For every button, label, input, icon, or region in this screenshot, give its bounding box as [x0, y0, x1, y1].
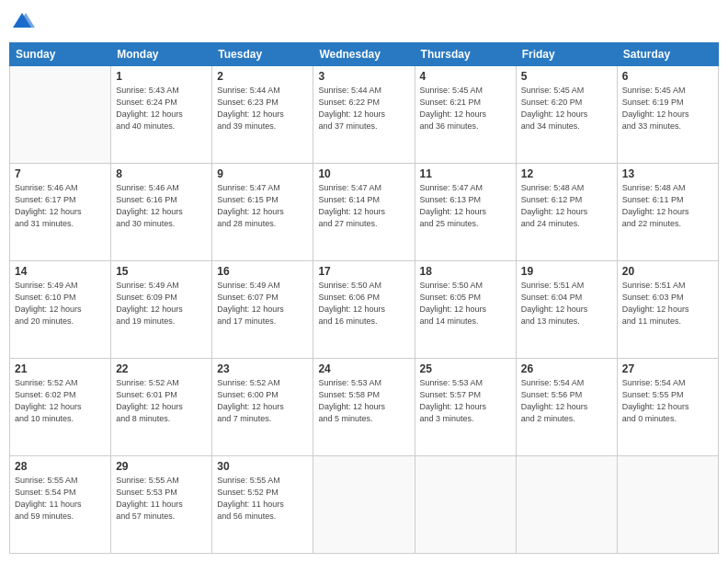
calendar-cell: 17Sunrise: 5:50 AM Sunset: 6:06 PM Dayli…: [313, 261, 415, 359]
day-info: Sunrise: 5:51 AM Sunset: 6:04 PM Dayligh…: [521, 280, 612, 327]
day-info: Sunrise: 5:49 AM Sunset: 6:10 PM Dayligh…: [15, 280, 106, 327]
calendar-cell: 27Sunrise: 5:54 AM Sunset: 5:55 PM Dayli…: [617, 359, 718, 456]
page: SundayMondayTuesdayWednesdayThursdayFrid…: [0, 0, 728, 563]
day-info: Sunrise: 5:50 AM Sunset: 6:06 PM Dayligh…: [318, 280, 409, 327]
calendar-cell: 25Sunrise: 5:53 AM Sunset: 5:57 PM Dayli…: [415, 359, 516, 456]
day-number: 26: [521, 362, 612, 375]
calendar-cell: 22Sunrise: 5:52 AM Sunset: 6:01 PM Dayli…: [111, 359, 212, 456]
calendar-cell: 11Sunrise: 5:47 AM Sunset: 6:13 PM Dayli…: [415, 164, 516, 261]
day-info: Sunrise: 5:52 AM Sunset: 6:01 PM Dayligh…: [116, 377, 207, 425]
calendar-cell: [415, 456, 516, 554]
day-info: Sunrise: 5:45 AM Sunset: 6:20 PM Dayligh…: [521, 85, 612, 132]
weekday-header-friday: Friday: [516, 43, 617, 66]
weekday-header-saturday: Saturday: [617, 43, 718, 66]
day-info: Sunrise: 5:47 AM Sunset: 6:14 PM Dayligh…: [318, 182, 409, 230]
day-number: 20: [622, 265, 713, 278]
day-info: Sunrise: 5:52 AM Sunset: 6:02 PM Dayligh…: [15, 377, 106, 425]
day-info: Sunrise: 5:46 AM Sunset: 6:17 PM Dayligh…: [15, 182, 106, 230]
calendar-cell: 12Sunrise: 5:48 AM Sunset: 6:12 PM Dayli…: [516, 164, 617, 261]
calendar-cell: 6Sunrise: 5:45 AM Sunset: 6:19 PM Daylig…: [617, 66, 718, 164]
day-number: 24: [318, 362, 409, 375]
day-info: Sunrise: 5:43 AM Sunset: 6:24 PM Dayligh…: [116, 85, 207, 132]
calendar-cell: [516, 456, 617, 554]
day-number: 8: [116, 167, 207, 180]
calendar-week-row: 1Sunrise: 5:43 AM Sunset: 6:24 PM Daylig…: [10, 66, 719, 164]
day-number: 5: [521, 70, 612, 83]
calendar-cell: 5Sunrise: 5:45 AM Sunset: 6:20 PM Daylig…: [516, 66, 617, 164]
day-info: Sunrise: 5:47 AM Sunset: 6:15 PM Dayligh…: [217, 182, 308, 230]
day-number: 28: [15, 460, 106, 473]
day-info: Sunrise: 5:49 AM Sunset: 6:09 PM Dayligh…: [116, 280, 207, 327]
day-number: 3: [318, 70, 409, 83]
weekday-header-tuesday: Tuesday: [212, 43, 313, 66]
day-info: Sunrise: 5:48 AM Sunset: 6:11 PM Dayligh…: [622, 182, 713, 230]
day-number: 18: [420, 265, 511, 278]
day-info: Sunrise: 5:49 AM Sunset: 6:07 PM Dayligh…: [217, 280, 308, 327]
day-info: Sunrise: 5:55 AM Sunset: 5:54 PM Dayligh…: [15, 475, 106, 523]
weekday-header-monday: Monday: [111, 43, 212, 66]
calendar-cell: [10, 66, 111, 164]
calendar-week-row: 21Sunrise: 5:52 AM Sunset: 6:02 PM Dayli…: [10, 359, 719, 456]
calendar-week-row: 28Sunrise: 5:55 AM Sunset: 5:54 PM Dayli…: [10, 456, 719, 554]
day-info: Sunrise: 5:53 AM Sunset: 5:58 PM Dayligh…: [318, 377, 409, 425]
day-number: 23: [217, 362, 308, 375]
weekday-header-thursday: Thursday: [415, 43, 516, 66]
day-number: 7: [15, 167, 106, 180]
day-number: 9: [217, 167, 308, 180]
day-number: 13: [622, 167, 713, 180]
weekday-header-row: SundayMondayTuesdayWednesdayThursdayFrid…: [10, 43, 719, 66]
calendar-week-row: 7Sunrise: 5:46 AM Sunset: 6:17 PM Daylig…: [10, 164, 719, 261]
day-info: Sunrise: 5:54 AM Sunset: 5:56 PM Dayligh…: [521, 377, 612, 425]
day-number: 17: [318, 265, 409, 278]
calendar-cell: 8Sunrise: 5:46 AM Sunset: 6:16 PM Daylig…: [111, 164, 212, 261]
calendar-cell: 2Sunrise: 5:44 AM Sunset: 6:23 PM Daylig…: [212, 66, 313, 164]
calendar-cell: 9Sunrise: 5:47 AM Sunset: 6:15 PM Daylig…: [212, 164, 313, 261]
day-number: 1: [116, 70, 207, 83]
header: [9, 9, 719, 35]
day-number: 25: [420, 362, 511, 375]
calendar-cell: 18Sunrise: 5:50 AM Sunset: 6:05 PM Dayli…: [415, 261, 516, 359]
calendar-table: SundayMondayTuesdayWednesdayThursdayFrid…: [9, 42, 719, 554]
calendar-cell: 24Sunrise: 5:53 AM Sunset: 5:58 PM Dayli…: [313, 359, 415, 456]
calendar-cell: 20Sunrise: 5:51 AM Sunset: 6:03 PM Dayli…: [617, 261, 718, 359]
day-info: Sunrise: 5:45 AM Sunset: 6:21 PM Dayligh…: [420, 85, 511, 132]
day-number: 30: [217, 460, 308, 473]
day-info: Sunrise: 5:54 AM Sunset: 5:55 PM Dayligh…: [622, 377, 713, 425]
day-number: 22: [116, 362, 207, 375]
day-number: 16: [217, 265, 308, 278]
day-number: 15: [116, 265, 207, 278]
day-number: 11: [420, 167, 511, 180]
calendar-cell: 16Sunrise: 5:49 AM Sunset: 6:07 PM Dayli…: [212, 261, 313, 359]
day-info: Sunrise: 5:48 AM Sunset: 6:12 PM Dayligh…: [521, 182, 612, 230]
day-info: Sunrise: 5:47 AM Sunset: 6:13 PM Dayligh…: [420, 182, 511, 230]
day-number: 21: [15, 362, 106, 375]
calendar-cell: [313, 456, 415, 554]
calendar-cell: 21Sunrise: 5:52 AM Sunset: 6:02 PM Dayli…: [10, 359, 111, 456]
weekday-header-wednesday: Wednesday: [313, 43, 415, 66]
calendar-cell: [617, 456, 718, 554]
day-info: Sunrise: 5:51 AM Sunset: 6:03 PM Dayligh…: [622, 280, 713, 327]
calendar-cell: 15Sunrise: 5:49 AM Sunset: 6:09 PM Dayli…: [111, 261, 212, 359]
calendar-cell: 10Sunrise: 5:47 AM Sunset: 6:14 PM Dayli…: [313, 164, 415, 261]
calendar-cell: 26Sunrise: 5:54 AM Sunset: 5:56 PM Dayli…: [516, 359, 617, 456]
day-info: Sunrise: 5:50 AM Sunset: 6:05 PM Dayligh…: [420, 280, 511, 327]
day-info: Sunrise: 5:45 AM Sunset: 6:19 PM Dayligh…: [622, 85, 713, 132]
calendar-cell: 28Sunrise: 5:55 AM Sunset: 5:54 PM Dayli…: [10, 456, 111, 554]
day-info: Sunrise: 5:46 AM Sunset: 6:16 PM Dayligh…: [116, 182, 207, 230]
calendar-cell: 7Sunrise: 5:46 AM Sunset: 6:17 PM Daylig…: [10, 164, 111, 261]
day-info: Sunrise: 5:44 AM Sunset: 6:22 PM Dayligh…: [318, 85, 409, 132]
day-number: 2: [217, 70, 308, 83]
day-number: 29: [116, 460, 207, 473]
logo: [9, 9, 39, 35]
day-info: Sunrise: 5:55 AM Sunset: 5:52 PM Dayligh…: [217, 475, 308, 523]
day-number: 10: [318, 167, 409, 180]
day-number: 12: [521, 167, 612, 180]
calendar-cell: 29Sunrise: 5:55 AM Sunset: 5:53 PM Dayli…: [111, 456, 212, 554]
calendar-cell: 3Sunrise: 5:44 AM Sunset: 6:22 PM Daylig…: [313, 66, 415, 164]
calendar-cell: 14Sunrise: 5:49 AM Sunset: 6:10 PM Dayli…: [10, 261, 111, 359]
calendar-cell: 4Sunrise: 5:45 AM Sunset: 6:21 PM Daylig…: [415, 66, 516, 164]
day-info: Sunrise: 5:52 AM Sunset: 6:00 PM Dayligh…: [217, 377, 308, 425]
calendar-cell: 13Sunrise: 5:48 AM Sunset: 6:11 PM Dayli…: [617, 164, 718, 261]
calendar-cell: 23Sunrise: 5:52 AM Sunset: 6:00 PM Dayli…: [212, 359, 313, 456]
day-info: Sunrise: 5:44 AM Sunset: 6:23 PM Dayligh…: [217, 85, 308, 132]
